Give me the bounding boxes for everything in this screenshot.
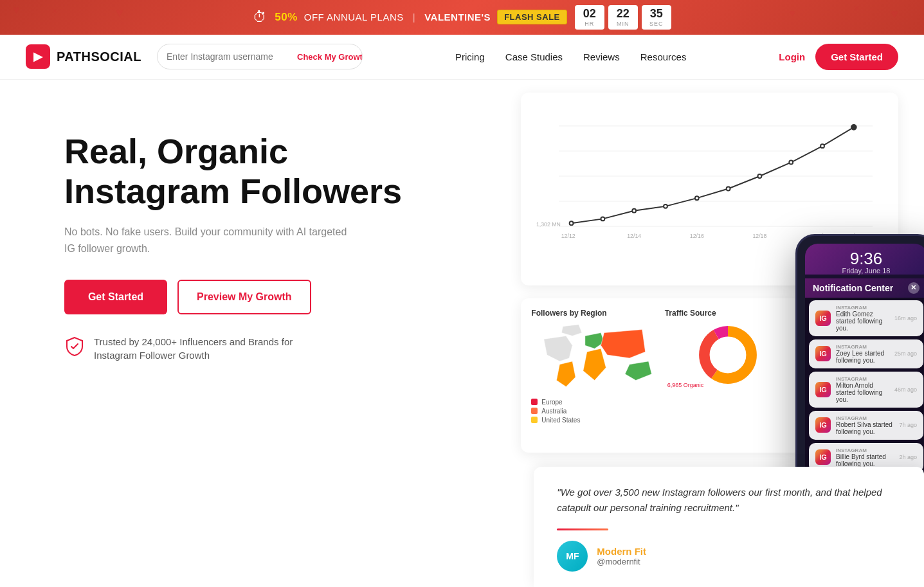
notif-app-3: INSTAGRAM — [836, 376, 889, 382]
svg-text:12/16: 12/16 — [690, 232, 704, 239]
notif-app-1: INSTAGRAM — [836, 305, 889, 311]
svg-point-11 — [727, 186, 730, 190]
off-label: OFF ANNUAL PLANS — [304, 12, 404, 23]
instagram-icon-3: IG — [815, 382, 831, 397]
notif-content-1: INSTAGRAM Edith Gomez started following … — [836, 305, 889, 332]
close-notification-icon[interactable]: ✕ — [908, 282, 919, 294]
svg-text:12/12: 12/12 — [561, 232, 575, 239]
instagram-icon-2: IG — [815, 346, 831, 361]
region-us: United States — [541, 417, 580, 424]
svg-point-15 — [851, 125, 856, 130]
notification-item: IG INSTAGRAM Robert Silva started follow… — [809, 411, 923, 440]
notif-time-1: 16m ago — [894, 315, 917, 321]
notif-text-4: Robert Silva started following you. — [836, 421, 894, 435]
phone-date: Friday, June 18 — [814, 267, 918, 275]
notif-time-2: 25m ago — [894, 350, 917, 357]
traffic-source-section: Traffic Source 6,965 Organic — [665, 309, 792, 442]
countdown-seconds: 35 SEC — [642, 5, 671, 30]
trust-badge: Trusted by 24,000+ Influencers and Brand… — [64, 335, 309, 363]
nav-resources[interactable]: Resources — [640, 51, 687, 62]
navbar: ▶ PATHSOCIAL Check My Growth Pricing Cas… — [0, 35, 924, 80]
testimonial-author: MF Modern Fit @modernfit — [557, 541, 901, 572]
hero-subtitle: No bots. No fake users. Build your commu… — [64, 224, 347, 257]
preview-growth-button[interactable]: Preview My Growth — [177, 280, 311, 314]
notif-text-5: Billie Byrd started following you. — [836, 453, 894, 467]
svg-point-12 — [758, 174, 762, 178]
countdown-minutes: 22 MIN — [608, 5, 638, 30]
svg-text:12/14: 12/14 — [628, 232, 642, 239]
phone-screen: 9:36 Friday, June 18 Notification Center… — [805, 244, 924, 503]
nav-links: Pricing Case Studies Reviews Resources — [455, 51, 686, 62]
hero-right: 1,302 MN — [508, 80, 924, 587]
hero-get-started-button[interactable]: Get Started — [64, 280, 167, 314]
login-button[interactable]: Login — [779, 51, 805, 62]
svg-point-6 — [570, 221, 574, 225]
followers-region-title: Followers by Region — [531, 309, 658, 318]
phone-time: 9:36 — [814, 250, 918, 267]
svg-text:1,302 MN: 1,302 MN — [536, 221, 561, 228]
trust-text: Trusted by 24,000+ Influencers and Brand… — [94, 335, 309, 362]
discount-percent: 50% — [275, 11, 298, 24]
svg-point-10 — [695, 196, 699, 200]
valentines-label: VALENTINE'S — [424, 12, 491, 23]
donut-chart — [693, 320, 763, 390]
hero-title: Real, Organic Instagram Followers — [64, 131, 469, 211]
notif-content-2: INSTAGRAM Zoey Lee started following you… — [836, 344, 889, 364]
svg-point-14 — [820, 144, 824, 148]
notif-content-4: INSTAGRAM Robert Silva started following… — [836, 415, 894, 435]
analytics-card: Followers by Region — [521, 298, 802, 453]
growth-chart-svg: 1,302 MN — [534, 105, 885, 247]
notif-time-5: 2h ago — [899, 454, 917, 460]
svg-point-13 — [790, 160, 793, 164]
logo-icon: ▶ — [26, 44, 50, 69]
notif-text-1: Edith Gomez started following you. — [836, 311, 889, 332]
get-started-nav-button[interactable]: Get Started — [815, 44, 898, 70]
region-europe: Europe — [541, 399, 562, 406]
countdown-timer: 02 HR 22 MIN 35 SEC — [575, 5, 671, 30]
notif-time-4: 7h ago — [899, 422, 917, 428]
timer-icon: ⏱ — [253, 9, 267, 26]
traffic-source-title: Traffic Source — [665, 309, 792, 318]
notification-item: IG INSTAGRAM Zoey Lee started following … — [809, 339, 923, 368]
svg-text:12/18: 12/18 — [753, 232, 767, 239]
promo-banner: ♥ ✕ ♥ ♥ ✕ ♥ ⏱ 50% OFF ANNUAL PLANS | VAL… — [0, 0, 924, 35]
followers-region-section: Followers by Region — [531, 309, 658, 442]
logo-link[interactable]: ▶ PATHSOCIAL — [26, 44, 141, 69]
countdown-hours: 02 HR — [575, 5, 604, 30]
notif-app-5: INSTAGRAM — [836, 447, 894, 453]
nav-pricing[interactable]: Pricing — [455, 51, 485, 62]
testimonial-text: "We got over 3,500 new Instagram followe… — [557, 485, 901, 516]
flash-sale-badge: FLASH SALE — [497, 10, 567, 24]
search-input[interactable] — [158, 46, 288, 67]
author-name: Modern Fit — [597, 546, 646, 557]
hero-section: Real, Organic Instagram Followers No bot… — [0, 80, 924, 587]
notification-item: IG INSTAGRAM Edith Gomez started followi… — [809, 300, 923, 336]
hero-buttons: Get Started Preview My Growth — [64, 280, 469, 314]
banner-pipe: | — [413, 12, 415, 23]
svg-point-9 — [664, 204, 667, 208]
instagram-icon: IG — [815, 311, 831, 326]
svg-point-7 — [601, 217, 605, 221]
world-map-svg — [531, 323, 658, 393]
instagram-icon-5: IG — [815, 449, 831, 465]
notification-center-label: Notification Center — [813, 283, 893, 293]
notif-app-2: INSTAGRAM — [836, 344, 889, 350]
author-avatar: MF — [557, 541, 588, 572]
nav-case-studies[interactable]: Case Studies — [505, 51, 563, 62]
author-info: Modern Fit @modernfit — [597, 546, 646, 566]
svg-point-8 — [633, 209, 637, 213]
search-bar: Check My Growth — [157, 44, 363, 69]
testimonial-card: "We got over 3,500 new Instagram followe… — [534, 467, 924, 587]
notif-app-4: INSTAGRAM — [836, 415, 894, 421]
notif-content-3: INSTAGRAM Milton Arnold started followin… — [836, 376, 889, 403]
notifications-list: IG INSTAGRAM Edith Gomez started followi… — [805, 298, 924, 478]
nav-reviews[interactable]: Reviews — [583, 51, 620, 62]
check-growth-button[interactable]: Check My Growth — [288, 47, 363, 67]
author-handle: @modernfit — [597, 557, 646, 566]
notification-item: IG INSTAGRAM Milton Arnold started follo… — [809, 372, 923, 408]
instagram-icon-4: IG — [815, 417, 831, 433]
banner-text: 50% OFF ANNUAL PLANS | VALENTINE'S FLASH… — [275, 10, 567, 24]
notif-content-5: INSTAGRAM Billie Byrd started following … — [836, 447, 894, 467]
hero-left: Real, Organic Instagram Followers No bot… — [0, 80, 508, 587]
logo-name: PATHSOCIAL — [57, 50, 141, 64]
